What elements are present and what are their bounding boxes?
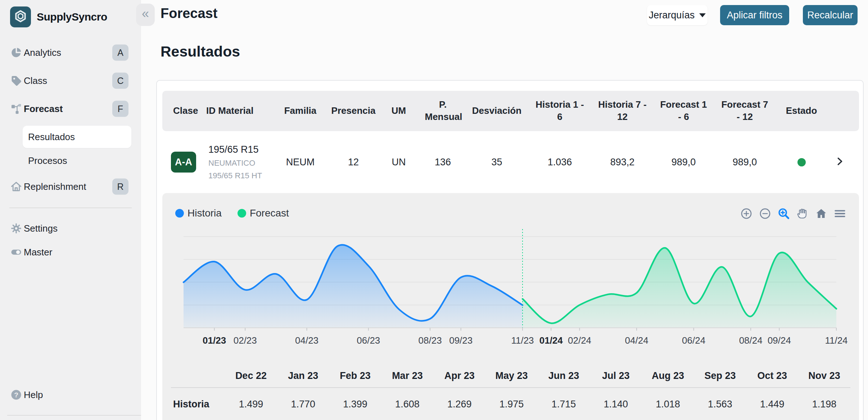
monthly-value-cell: 1.563 (694, 399, 746, 410)
column-header: UM (379, 105, 419, 117)
apply-filters-button[interactable]: Aplicar filtros (720, 5, 789, 25)
monthly-value-cell: 1.449 (746, 399, 798, 410)
shortcut-badge-f: F (112, 101, 128, 117)
column-header: P. Mensual (419, 99, 467, 123)
forecast-legend-dot (238, 209, 246, 218)
column-header: Estado (774, 105, 828, 117)
chevron-double-left-icon: « (142, 7, 149, 20)
sidebar-item-class[interactable]: Class C (0, 69, 141, 92)
monthly-table: Dec 22Jan 23Feb 23Mar 23Apr 23May 23Jun … (171, 370, 850, 410)
legend-item-historia[interactable]: Historia (175, 207, 222, 219)
clase-cell: A-A (171, 152, 204, 173)
historia-7-12-cell: 893,2 (593, 157, 652, 168)
um-cell: UN (379, 157, 419, 168)
recalculate-button[interactable]: Recalcular (803, 5, 858, 25)
month-column-header: Oct 23 (746, 370, 798, 381)
sidebar-item-label: Replenishment (24, 181, 86, 192)
material-cell: 195/65 R15 NEUMATICO 195/65 R15 HT (204, 144, 272, 180)
sidebar-divider (9, 207, 132, 208)
sidebar-subitem-resultados[interactable]: Resultados (23, 126, 131, 148)
subitem-label: Procesos (28, 155, 67, 166)
column-header: Historia 7 - 12 (593, 99, 652, 123)
forecast-1-6-cell: 989,0 (652, 157, 715, 168)
svg-text:06/24: 06/24 (682, 335, 705, 346)
sidebar-collapse-button[interactable]: « (136, 4, 155, 26)
month-column-header: May 23 (485, 370, 538, 381)
gear-icon (10, 222, 22, 234)
p-mensual-cell: 136 (419, 157, 467, 168)
month-column-header: Nov 23 (798, 370, 850, 381)
section-title: Resultados (161, 43, 240, 60)
presencia-cell: 12 (328, 157, 379, 168)
sidebar: SupplySyncro Analytics A Class C Forecas… (0, 0, 141, 420)
legend-item-forecast[interactable]: Forecast (238, 207, 289, 219)
hierarchy-dropdown-label: Jerarquías (649, 10, 695, 21)
month-column-header: Jan 23 (277, 370, 329, 381)
svg-text:01/24: 01/24 (539, 335, 563, 346)
svg-text:09/24: 09/24 (768, 335, 791, 346)
shortcut-badge-a: A (112, 45, 128, 61)
zoom-in-button[interactable] (740, 207, 753, 220)
sidebar-item-analytics[interactable]: Analytics A (0, 41, 141, 64)
month-column-header: Mar 23 (381, 370, 433, 381)
monthly-value-cell: 1.269 (433, 399, 485, 410)
column-header: Presencia (328, 105, 379, 117)
svg-text:09/23: 09/23 (449, 335, 473, 346)
box-zoom-button[interactable] (777, 207, 791, 220)
month-column-header: Aug 23 (642, 370, 694, 381)
forecast-chart[interactable]: 01/2302/2304/2306/2308/2309/2311/2301/24… (162, 224, 859, 350)
sidebar-subitem-procesos[interactable]: Procesos (28, 153, 67, 168)
hierarchy-dropdown[interactable]: Jerarquías (647, 5, 707, 25)
sidebar-item-replenishment[interactable]: Replenishment R (0, 175, 141, 198)
month-column-header: Jul 23 (590, 370, 642, 381)
monthly-value-cell: 1.715 (538, 399, 590, 410)
legend-label: Historia (187, 207, 222, 219)
table-row[interactable]: A-A 195/65 R15 NEUMATICO 195/65 R15 HT N… (162, 132, 859, 192)
sidebar-item-forecast[interactable]: Forecast F (0, 97, 141, 120)
zoom-out-button[interactable] (758, 207, 772, 220)
chart-legend: Historia Forecast (175, 207, 289, 219)
monthly-value-cell: 1.770 (277, 399, 329, 410)
chart-toolbar (740, 207, 847, 220)
svg-text:04/23: 04/23 (295, 335, 318, 346)
svg-text:02/24: 02/24 (568, 335, 591, 346)
svg-text:04/24: 04/24 (625, 335, 648, 346)
sidebar-item-label: Master (24, 247, 52, 258)
pan-button[interactable] (796, 207, 809, 220)
sidebar-item-settings[interactable]: Settings (0, 217, 141, 240)
sidebar-item-label: Analytics (24, 47, 61, 58)
brand-logo (10, 6, 31, 27)
row-expand-button[interactable] (828, 156, 850, 168)
shortcut-badge-r: R (112, 179, 128, 195)
sidebar-item-master[interactable]: Master (0, 241, 141, 264)
svg-text:11/23: 11/23 (511, 335, 534, 346)
clase-badge: A-A (171, 152, 196, 173)
monthly-value-cell: 1.499 (225, 399, 277, 410)
legend-label: Forecast (250, 207, 289, 219)
results-card: ClaseID MaterialFamiliaPresenciaUMP. Men… (156, 80, 864, 420)
reset-view-home-button[interactable] (814, 207, 828, 220)
sidebar-item-label: Class (24, 75, 47, 86)
monthly-value-cell: 1.975 (485, 399, 538, 410)
historia-legend-dot (175, 209, 184, 218)
svg-text:?: ? (14, 391, 18, 399)
monthly-value-cell: 1.198 (798, 399, 850, 410)
column-header: Forecast 1 - 6 (652, 99, 715, 123)
svg-text:08/23: 08/23 (419, 335, 442, 346)
forecast-7-12-cell: 989,0 (715, 157, 774, 168)
month-column-header: Sep 23 (694, 370, 746, 381)
monthly-row-label: Historia (171, 399, 225, 410)
results-table-header: ClaseID MaterialFamiliaPresenciaUMP. Men… (162, 91, 859, 131)
menu-button[interactable] (833, 207, 847, 220)
column-header: Desviación (467, 105, 527, 117)
historia-1-6-cell: 1.036 (527, 157, 593, 168)
sidebar-item-label: Settings (24, 223, 58, 234)
sidebar-bottom-divider (7, 415, 141, 416)
sidebar-item-help[interactable]: ? Help (0, 383, 141, 406)
monthly-value-cell: 1.140 (590, 399, 642, 410)
hexagon-logo-icon (13, 9, 28, 25)
toggle-icon (10, 246, 22, 258)
column-header: Familia (272, 105, 328, 117)
monthly-value-cell: 1.018 (642, 399, 694, 410)
column-header: Clase (171, 105, 204, 117)
